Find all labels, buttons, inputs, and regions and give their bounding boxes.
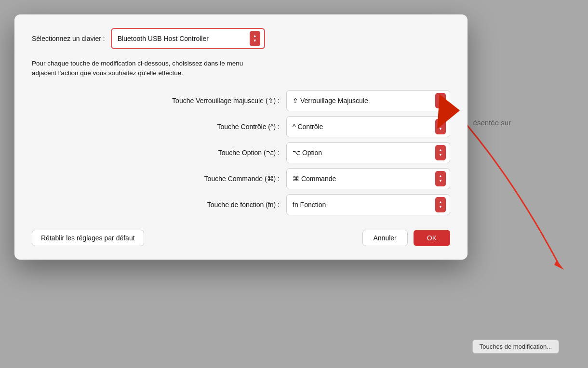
cancel-button[interactable]: Annuler bbox=[362, 230, 408, 246]
bottom-buttons-row: Rétablir les réglages par défaut Annuler… bbox=[32, 230, 450, 246]
stepper-up-command-icon: ▲ bbox=[439, 174, 442, 178]
modifier-row-fn: Touche de fonction (fn) : fn Fonction ▲ … bbox=[41, 194, 450, 215]
modifier-select-option[interactable]: ⌥ Option ▲ ▼ bbox=[286, 142, 450, 163]
modifier-rows: Touche Verrouillage majuscule (⇪) : ⇪ Ve… bbox=[32, 90, 450, 215]
keyboard-stepper-up-icon: ▲ bbox=[253, 34, 257, 38]
right-buttons: Annuler OK bbox=[362, 230, 451, 246]
keyboard-stepper-down-icon: ▼ bbox=[253, 39, 257, 43]
modifier-value-fn: fn Fonction bbox=[293, 201, 431, 209]
modifier-label-option: Touche Option (⌥) : bbox=[135, 149, 280, 157]
ok-button[interactable]: OK bbox=[414, 230, 450, 246]
modifier-stepper-command[interactable]: ▲ ▼ bbox=[435, 171, 446, 186]
modifier-value-capslock: ⇪ Verrouillage Majuscule bbox=[293, 97, 431, 105]
stepper-down-option-icon: ▼ bbox=[439, 153, 442, 157]
modifier-stepper-capslock[interactable]: ▲ ▼ bbox=[435, 93, 446, 108]
modifier-row-capslock: Touche Verrouillage majuscule (⇪) : ⇪ Ve… bbox=[41, 90, 450, 111]
modifier-value-option: ⌥ Option bbox=[293, 149, 431, 157]
stepper-up-option-icon: ▲ bbox=[439, 148, 442, 152]
modifier-label-fn: Touche de fonction (fn) : bbox=[135, 201, 280, 209]
stepper-down-command-icon: ▼ bbox=[439, 179, 442, 183]
dialog: Sélectionnez un clavier : Bluetooth USB … bbox=[14, 14, 468, 260]
modifier-select-command[interactable]: ⌘ Commande ▲ ▼ bbox=[286, 168, 450, 189]
keyboard-select-value: Bluetooth USB Host Controller bbox=[118, 35, 246, 42]
modifier-label-control: Touche Contrôle (^) : bbox=[135, 123, 280, 131]
modifier-label-capslock: Touche Verrouillage majuscule (⇪) : bbox=[135, 97, 280, 105]
modifier-select-capslock[interactable]: ⇪ Verrouillage Majuscule ▲ ▼ bbox=[286, 90, 450, 111]
modifier-select-control[interactable]: ^ Contrôle ▲ ▼ bbox=[286, 116, 450, 137]
stepper-up-fn-icon: ▲ bbox=[439, 200, 442, 204]
modifier-select-fn[interactable]: fn Fonction ▲ ▼ bbox=[286, 194, 450, 215]
keyboard-select[interactable]: Bluetooth USB Host Controller ▲ ▼ bbox=[111, 28, 265, 49]
stepper-down-capslock-icon: ▼ bbox=[439, 101, 442, 105]
modifier-stepper-option[interactable]: ▲ ▼ bbox=[435, 145, 446, 160]
stepper-down-control-icon: ▼ bbox=[439, 127, 442, 131]
stepper-down-fn-icon: ▼ bbox=[439, 205, 442, 209]
modifier-row-control: Touche Contrôle (^) : ^ Contrôle ▲ ▼ bbox=[41, 116, 450, 137]
modifier-row-option: Touche Option (⌥) : ⌥ Option ▲ ▼ bbox=[41, 142, 450, 163]
modifier-stepper-control[interactable]: ▲ ▼ bbox=[435, 119, 446, 134]
modifier-row-command: Touche Commande (⌘) : ⌘ Commande ▲ ▼ bbox=[41, 168, 450, 189]
modifier-stepper-fn[interactable]: ▲ ▼ bbox=[435, 197, 446, 212]
modifier-value-control: ^ Contrôle bbox=[293, 123, 431, 131]
description-text: Pour chaque touche de modification ci-de… bbox=[32, 59, 450, 79]
modifier-keys-button[interactable]: Touches de modification... bbox=[472, 340, 559, 354]
modifier-label-command: Touche Commande (⌘) : bbox=[135, 175, 280, 183]
keyboard-stepper[interactable]: ▲ ▼ bbox=[250, 31, 260, 46]
stepper-up-control-icon: ▲ bbox=[439, 122, 442, 126]
restore-defaults-button[interactable]: Rétablir les réglages par défaut bbox=[32, 230, 144, 246]
keyboard-selector-row: Sélectionnez un clavier : Bluetooth USB … bbox=[32, 28, 450, 49]
stepper-up-capslock-icon: ▲ bbox=[439, 96, 442, 100]
keyboard-selector-label: Sélectionnez un clavier : bbox=[32, 35, 105, 42]
modifier-value-command: ⌘ Commande bbox=[293, 175, 431, 183]
background-text: ésentée sur bbox=[473, 118, 511, 127]
